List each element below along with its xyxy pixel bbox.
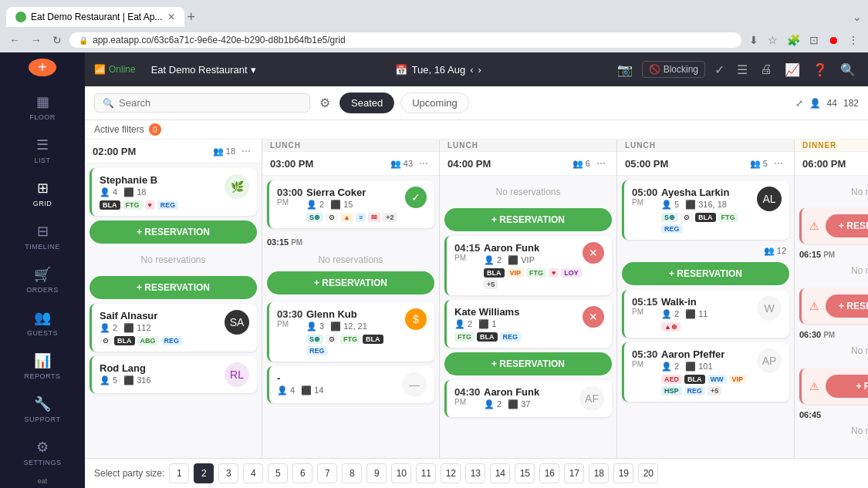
sidebar-item-floor[interactable]: ▦ FLOOR xyxy=(0,86,85,129)
reservation-ayesha[interactable]: 05:00 PM Ayesha Larkin 👤 5 ⬛ 316, 18 xyxy=(622,180,789,240)
reservation-stephanie[interactable]: Stephanie B 👤 4 ⬛ 18 BLA FTG ♥ xyxy=(90,168,257,216)
download-icon[interactable]: ⬇ xyxy=(746,32,762,48)
new-tab-button[interactable]: + xyxy=(184,8,199,27)
party-btn-15[interactable]: 15 xyxy=(515,463,535,483)
party-btn-2[interactable]: 2 xyxy=(194,463,214,483)
reservation-saif[interactable]: Saif Alnasur 👤 2 ⬛ 112 ⊙ BLA ABG xyxy=(90,304,257,352)
add-reservation-5pm[interactable]: + RESERVATION xyxy=(622,262,789,285)
sidebar-item-orders[interactable]: 🛒 ORDERS xyxy=(0,258,85,301)
address-bar[interactable]: 🔒 app.eatapp.co/63c6a71c-9e6e-420e-b290-… xyxy=(69,32,741,48)
more-icon[interactable]: ⋮ xyxy=(845,32,862,48)
capacity-res-3[interactable]: ⚠ + RESERVATION xyxy=(799,369,868,404)
expand-icon[interactable]: ⤢ xyxy=(795,98,803,109)
reservation-aaron-funk-2[interactable]: 04:30 PM Aaron Funk 👤 2 ⬛ 37 xyxy=(444,380,612,417)
reservation-dash[interactable]: - 👤 4 ⬛ 14 — xyxy=(267,366,434,403)
support-icon: 🔧 xyxy=(34,395,51,412)
chart-icon[interactable]: 📈 xyxy=(782,61,803,79)
add-reservation-315[interactable]: + RESERVATION xyxy=(267,271,434,294)
party-btn-20[interactable]: 20 xyxy=(638,463,658,483)
menu-icon[interactable]: ☰ xyxy=(734,61,751,79)
party-btn-19[interactable]: 19 xyxy=(613,463,633,483)
x-button-kate[interactable]: ✕ xyxy=(583,306,604,328)
x-button-aaron1[interactable]: ✕ xyxy=(583,242,604,264)
reservation-aaron-pfeffer[interactable]: 05:30 PM Aaron Pfeffer 👤 2 ⬛ 101 xyxy=(622,342,789,402)
camera-icon[interactable]: 📷 xyxy=(614,61,636,79)
help-icon[interactable]: ❓ xyxy=(809,61,831,79)
sidebar-item-timeline[interactable]: ⊟ TIMELINE xyxy=(0,215,85,258)
bookmark-icon[interactable]: ☆ xyxy=(765,32,781,48)
reservation-rod[interactable]: Rod Lang 👤 5 ⬛ 316 RL xyxy=(90,356,257,393)
sidebar-item-grid[interactable]: ⊞ GRID xyxy=(0,172,85,215)
column-menu-2pm[interactable]: ⋯ xyxy=(238,144,254,158)
party-btn-3[interactable]: 3 xyxy=(218,463,238,483)
capacity-res-1[interactable]: ⚠ + RESERVATION 49/10 xyxy=(799,208,868,244)
reservation-walkin[interactable]: 05:15 PM Walk-in 👤 2 ⬛ 11 xyxy=(622,290,789,338)
party-btn-7[interactable]: 7 xyxy=(317,463,337,483)
capacity-res-2[interactable]: ⚠ + RESERVATION 19/10 xyxy=(799,288,868,324)
prev-date-button[interactable]: ‹ xyxy=(470,64,473,76)
tab-close-icon[interactable]: ✕ xyxy=(167,12,175,22)
add-reservation-4pm-2[interactable]: + RESERVATION xyxy=(444,352,612,375)
restaurant-selector[interactable]: Eat Demo Restaurant ▾ xyxy=(145,61,262,79)
add-reservation-button-2pm-2[interactable]: + RESERVATION xyxy=(90,276,257,299)
search-input[interactable] xyxy=(119,97,302,109)
sidebar-item-support[interactable]: 🔧 SUPPORT xyxy=(0,388,85,431)
party-btn-12[interactable]: 12 xyxy=(441,463,461,483)
browser-tab[interactable]: Eat Demo Restaurant | Eat Ap... ✕ xyxy=(6,7,184,27)
reservation-button-warn3[interactable]: + RESERVATION xyxy=(826,375,868,398)
reservation-aaron-funk-1[interactable]: 04:15 PM Aaron Funk 👤 2 ⬛ VIP xyxy=(444,236,612,295)
profile-icon[interactable]: ⊡ xyxy=(806,32,822,48)
party-btn-9[interactable]: 9 xyxy=(366,463,387,483)
party-btn-10[interactable]: 10 xyxy=(391,463,411,483)
time-column-3pm: LUNCH 03:00 PM 👥 43 ⋯ 03 xyxy=(262,140,440,458)
reservation-kate[interactable]: Kate Williams 👤 2 ⬛ 1 FTG BLA REG xyxy=(444,300,612,348)
dollar-button-glenn[interactable]: $ xyxy=(405,308,427,330)
party-btn-14[interactable]: 14 xyxy=(490,463,510,483)
blocking-button[interactable]: 🚫 Blocking xyxy=(642,61,705,78)
search-topbar-icon[interactable]: 🔍 xyxy=(837,61,859,79)
extension-icon[interactable]: 🧩 xyxy=(784,32,803,48)
column-menu-4pm[interactable]: ⋯ xyxy=(593,156,609,170)
add-reservation-button-2pm[interactable]: + RESERVATION xyxy=(90,220,257,244)
date-display: 📅 Tue, 16 Aug ‹ › xyxy=(395,64,481,76)
party-btn-5[interactable]: 5 xyxy=(268,463,288,483)
grid-area: 02:00 PM 👥 18 ⋯ Stephanie B xyxy=(85,140,868,458)
sidebar-item-settings[interactable]: ⚙ SETTINGS xyxy=(0,431,85,474)
column-menu-5pm[interactable]: ⋯ xyxy=(771,156,786,170)
print-icon[interactable]: 🖨 xyxy=(757,61,775,78)
sidebar-item-list[interactable]: ☰ LIST xyxy=(0,129,85,172)
back-button[interactable]: ← xyxy=(6,32,23,48)
check-button-sierra[interactable]: ✓ xyxy=(405,187,427,208)
party-btn-11[interactable]: 11 xyxy=(416,463,436,483)
party-btn-18[interactable]: 18 xyxy=(589,463,609,483)
column-menu-3pm[interactable]: ⋯ xyxy=(416,156,431,170)
reservation-button-warn1[interactable]: + RESERVATION xyxy=(826,214,868,237)
window-expand-icon[interactable]: ⌄ xyxy=(853,11,862,23)
reservation-button-warn2[interactable]: + RESERVATION xyxy=(826,294,868,318)
party-btn-8[interactable]: 8 xyxy=(342,463,362,483)
add-button[interactable]: + xyxy=(29,59,56,76)
next-date-button[interactable]: › xyxy=(478,64,481,76)
party-btn-13[interactable]: 13 xyxy=(465,463,485,483)
party-btn-6[interactable]: 6 xyxy=(292,463,312,483)
column-body-5pm: 05:00 PM Ayesha Larkin 👤 5 ⬛ 316, 18 xyxy=(617,176,794,458)
time-label-4pm: 04:00 PM xyxy=(448,158,491,170)
res-info-pfeffer: 👤 2 ⬛ 101 xyxy=(661,362,757,372)
checkmark-icon[interactable]: ✓ xyxy=(711,61,728,79)
party-btn-1[interactable]: 1 xyxy=(169,463,189,483)
add-reservation-4pm[interactable]: + RESERVATION xyxy=(444,208,612,231)
seated-tab[interactable]: Seated xyxy=(339,93,394,113)
record-icon[interactable]: ⏺ xyxy=(825,32,842,48)
reload-button[interactable]: ↻ xyxy=(49,32,65,48)
party-btn-16[interactable]: 16 xyxy=(539,463,559,483)
party-btn-4[interactable]: 4 xyxy=(243,463,263,483)
sidebar-item-guests[interactable]: 👥 GUESTS xyxy=(0,301,85,345)
filter-button[interactable]: ⚙ xyxy=(316,93,333,113)
sidebar-item-reports[interactable]: 📊 REPORTS xyxy=(0,345,85,388)
time-slot-645: 06:45 No reservations xyxy=(799,409,868,444)
reservation-sierra[interactable]: 03:00 PM Sierra Coker 👤 2 ⬛ 15 xyxy=(267,180,434,228)
upcoming-tab[interactable]: Upcoming xyxy=(400,93,469,113)
party-btn-17[interactable]: 17 xyxy=(564,463,584,483)
reservation-glenn[interactable]: 03:30 PM Glenn Kub 👤 3 ⬛ 12, 21 xyxy=(267,302,434,362)
forward-button[interactable]: → xyxy=(28,32,45,48)
